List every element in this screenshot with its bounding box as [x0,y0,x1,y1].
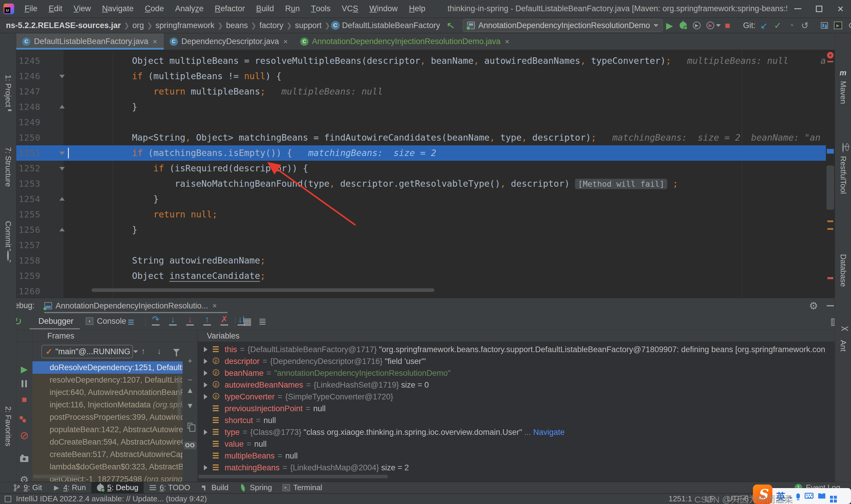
scroll-up-icon[interactable]: ▲ [183,384,197,396]
variable-row-beanname[interactable]: pbeanName="annotationDependencyInjection… [199,367,825,379]
breadcrumb-item-beans[interactable]: beans [224,21,250,30]
search-button[interactable] [845,19,851,32]
frames-horizontal-scrollbar[interactable] [33,475,80,478]
menu-edit[interactable]: Edit [43,0,68,18]
tab-annotationdependencyinjectionresolutiondemo-java[interactable]: CAnnotationDependencyInjectionResolution… [294,33,516,50]
tool-window-button-7-structure[interactable]: 7: Structure [0,147,16,190]
ime-language-toggle[interactable]: 英 [776,489,785,503]
show-watches-icon[interactable]: OO [183,439,197,451]
debug-session-tab[interactable]: AnnotationDependencyInjectionResolutio..… [44,299,217,312]
hide-panel-icon[interactable] [827,305,834,306]
breadcrumb-item-org[interactable]: org [130,21,146,30]
tool-window-button-commit[interactable]: Commit [0,221,16,260]
frame-row-inject[interactable]: inject:640, AutowiredAnnotationBeanPostP [33,386,183,398]
maximize-button[interactable] [809,0,830,17]
menu-file[interactable]: File [19,0,43,18]
menu-vcs[interactable]: VCS [336,0,364,18]
toolwindow-6-todo[interactable]: 6: TODO [144,482,195,493]
evaluate-expression-icon[interactable]: ▦ [243,316,252,327]
ime-toolbox-icon[interactable] [830,491,837,501]
ime-mic-icon[interactable] [796,491,800,501]
menu-analyze[interactable]: Analyze [169,0,209,18]
drop-frame-icon[interactable]: ✗ [218,314,231,326]
stop-icon[interactable]: ■ [18,393,31,406]
toolwindow-5-debug[interactable]: 5: Debug [91,482,144,493]
profiler-button[interactable]: ▶ [704,19,717,32]
layout-menu-icon[interactable]: ≡ [128,316,134,328]
tab-dependencydescriptor-java[interactable]: CDependencyDescriptor.java [164,33,294,50]
toolwindow-terminal[interactable]: >_Terminal [277,482,327,493]
breadcrumb-item-ns-5-2-2-release-sources-jar[interactable]: ns-5.2.2.RELEASE-sources.jar [3,21,123,30]
navigate-back-arrow-icon[interactable]: ↖ [446,19,456,32]
variable-row-matchingbeans[interactable]: matchingBeans={LinkedHashMap@2004} size … [199,462,825,473]
git-commit-button[interactable]: ✓ [771,19,784,32]
caret-position[interactable]: 1251:1 [668,494,692,503]
toolwindow-9-git[interactable]: 9: Git [8,482,47,493]
line-separator[interactable]: LF [705,494,714,503]
toolwindow-build[interactable]: Build [195,482,234,493]
variable-row-this[interactable]: this={DefaultListableBeanFactory@1717} "… [199,344,825,355]
run-button[interactable]: ▶ [663,19,676,32]
expand-icon[interactable] [204,347,207,352]
tab-debugger[interactable]: Debugger [38,313,74,329]
step-over-icon[interactable]: ↷ [149,314,162,326]
git-history-button[interactable]: ◔ [784,19,798,32]
variable-row-typeconverter[interactable]: ptypeConverter={SimpleTypeConverter@1720… [199,391,825,403]
ime-keyboard-icon[interactable] [804,491,813,501]
previous-frame-icon[interactable]: ↑ [141,346,145,356]
breadcrumb-class-item[interactable]: DefaultListableBeanFactory [340,21,442,30]
breadcrumb-item-support[interactable]: support [292,21,324,30]
variable-row-value[interactable]: value=null [199,438,825,450]
close-tab-icon[interactable] [283,40,288,44]
tool-window-button-2-favorites[interactable]: 2: Favorites [0,406,16,446]
frames-vertical-scrollbar[interactable] [177,376,181,421]
variable-row-type[interactable]: type={Class@1773} "class org.xiaoge.thin… [199,426,825,438]
tab-defaultlistablebeanfactory-java[interactable]: CDefaultListableBeanFactory.java [16,33,164,50]
expand-icon[interactable] [204,382,207,388]
expand-icon[interactable] [204,394,207,399]
expand-icon[interactable] [204,465,207,470]
toolwindow-spring[interactable]: Spring [234,482,277,493]
fold-marker-icon[interactable] [59,167,65,170]
menu-view[interactable]: View [68,0,97,18]
variable-row-previousinjectionpoint[interactable]: previousInjectionPoint=null [199,403,825,414]
inspections-error-badge[interactable] [827,52,834,58]
ime-skin-icon[interactable] [818,491,825,501]
menu-run[interactable]: Run [279,0,306,18]
fold-marker-icon[interactable] [59,151,65,155]
terminal-toolbar-button[interactable]: ▶ [831,19,845,32]
gear-icon[interactable]: ⚙ [809,300,818,312]
menu-build[interactable]: Build [251,0,279,18]
filter-frames-icon[interactable] [173,349,180,353]
view-breakpoints-icon[interactable] [18,413,31,426]
status-message[interactable]: IntelliJ IDEA 2022.2.4 available: // Upd… [16,494,207,503]
pause-icon[interactable] [18,377,31,390]
frame-row-docreatebean[interactable]: doCreateBean:594, AbstractAutowireCapab [33,436,183,448]
debugger-settings-icon[interactable]: ≣ [258,316,267,327]
next-frame-icon[interactable]: ↓ [157,346,161,356]
git-update-button[interactable]: ↙ [757,19,771,32]
frame-row-resolvedependency[interactable]: resolveDependency:1207, DefaultListableB [33,374,183,386]
frame-row-lambda-dogetbean-0[interactable]: lambda$doGetBean$0:323, AbstractBeanFa [33,461,183,473]
menu-refactor[interactable]: Refactor [209,0,251,18]
toolwindow-4-run[interactable]: ▶4: Run [47,482,91,493]
menu-tools[interactable]: Tools [305,0,336,18]
variable-row-descriptor[interactable]: pdescriptor={DependencyDescriptor@1716} … [199,355,825,367]
stop-button[interactable]: ■ [721,19,734,32]
scroll-down-icon[interactable]: ▼ [183,400,197,412]
tool-window-button-database[interactable]: Database [835,251,851,287]
variables-horizontal-scrollbar[interactable] [199,475,388,478]
breadcrumb-item-springframework[interactable]: springframework [153,21,217,30]
editor-vertical-scrollbar[interactable] [827,165,834,210]
code-editor[interactable]: 1245 Object multipleBeans = resolveMulti… [16,53,826,298]
expand-icon[interactable] [204,430,207,435]
close-session-icon[interactable] [213,304,217,308]
resume-icon[interactable]: ▶ [18,362,31,376]
menu-code[interactable]: Code [139,0,169,18]
step-into-icon[interactable]: ↓ [166,314,179,326]
tool-window-button-1-project[interactable]: 1: Project [0,75,16,111]
frame-row-doresolvedependency[interactable]: doResolveDependency:1251, DefaultListab [33,361,183,374]
fold-marker-icon[interactable] [59,197,65,201]
tab-console[interactable]: › Console [86,313,126,329]
debug-button[interactable] [676,19,690,32]
